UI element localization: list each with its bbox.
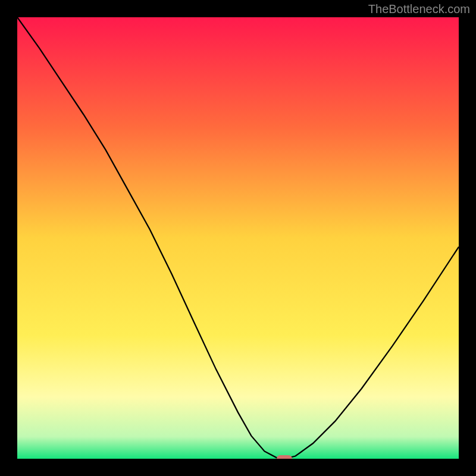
watermark-text: TheBottleneck.com: [368, 2, 470, 16]
plot-svg: [17, 17, 459, 459]
gradient-background: [17, 17, 459, 459]
plot-area: [17, 17, 459, 459]
optimal-marker: [277, 455, 292, 459]
